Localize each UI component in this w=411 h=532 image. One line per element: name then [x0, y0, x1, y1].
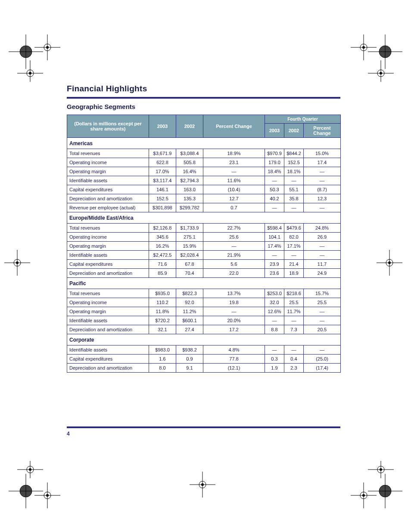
cell: —: [265, 345, 284, 355]
svg-point-3: [44, 44, 51, 51]
cell: 16.2%: [149, 242, 176, 251]
cell: —: [304, 203, 341, 212]
cell: (8.7): [304, 185, 341, 194]
th-year2: 2002: [176, 115, 203, 138]
cell: Operating margin: [67, 167, 149, 176]
cell: 92.0: [176, 298, 203, 307]
svg-point-42: [201, 483, 204, 486]
cell: 1.6: [149, 355, 176, 364]
cell: 135.3: [176, 194, 203, 203]
cell: 146.1: [149, 185, 176, 194]
cell: 85.9: [149, 269, 176, 278]
svg-point-30: [20, 485, 32, 497]
cell: $218.6: [284, 289, 304, 298]
cell: $253.0: [265, 289, 284, 298]
section-title: Europe/Middle East/Africa: [67, 212, 341, 224]
cell: —: [304, 242, 341, 251]
cell: 15.0%: [304, 149, 341, 158]
th-group: Fourth Quarter: [265, 115, 341, 124]
crop-mark-bottom-center: [185, 472, 220, 498]
section-title: Pacific: [67, 278, 341, 289]
cell: —: [284, 176, 304, 185]
section-title: Americas: [67, 138, 341, 149]
cell: —: [265, 176, 284, 185]
cell: 22.7%: [203, 224, 265, 233]
table-row: Capital expenditures71.667.85.623.921.41…: [67, 260, 341, 269]
cell: $3,671.9: [149, 149, 176, 158]
cell: $3,117.4: [149, 176, 176, 185]
svg-point-37: [27, 466, 34, 473]
cell: —: [203, 167, 265, 176]
cell: 2.3: [284, 364, 304, 373]
svg-point-27: [388, 261, 391, 264]
table-row: Depreciation and amortization152.5135.31…: [67, 194, 341, 203]
svg-point-33: [44, 492, 51, 499]
section-header: Europe/Middle East/Africa: [67, 212, 341, 224]
table-row: Identifiable assets$720.2$600.120.0%———: [67, 316, 341, 325]
cell: 17.0%: [149, 167, 176, 176]
cell: 23.6: [265, 269, 284, 278]
cell: 19.8: [203, 298, 265, 307]
cell: 275.1: [176, 233, 203, 242]
cell: 0.4: [284, 355, 304, 364]
cell: 21.9%: [203, 251, 265, 260]
table-row: Operating income622.8505.823.1179.0152.5…: [67, 158, 341, 167]
cell: —: [304, 251, 341, 260]
cell: (17.4): [304, 364, 341, 373]
cell: 77.8: [203, 355, 265, 364]
svg-point-53: [380, 468, 382, 471]
cell: 11.2%: [176, 307, 203, 316]
crop-mark-left: [4, 250, 39, 276]
cell: Operating margin: [67, 242, 149, 251]
cell: —: [304, 176, 341, 185]
cell: $935.0: [149, 289, 176, 298]
cell: 35.8: [284, 194, 304, 203]
table-row: Operating margin16.2%15.9%—17.4%17.1%—: [67, 242, 341, 251]
cell: 18.4%: [265, 167, 284, 176]
cell: 20.0%: [203, 316, 265, 325]
crop-mark-right: [372, 250, 407, 276]
cell: Operating income: [67, 158, 149, 167]
section-header: Americas: [67, 138, 341, 149]
cell: Depreciation and amortization: [67, 325, 149, 334]
svg-point-45: [379, 485, 391, 497]
cell: 622.8: [149, 158, 176, 167]
cell: Total revenues: [67, 224, 149, 233]
cell: 20.5: [304, 325, 341, 334]
svg-point-19: [380, 72, 382, 75]
cell: 15.9%: [176, 242, 203, 251]
segments-table: (Dollars in millions except per share am…: [67, 115, 341, 373]
cell: —: [203, 307, 265, 316]
cell: $970.9: [265, 149, 284, 158]
cell: 16.4%: [176, 167, 203, 176]
cell: Capital expenditures: [67, 355, 149, 364]
table-row: Revenue per employee (actual)$301,898$29…: [67, 203, 341, 212]
cell: Depreciation and amortization: [67, 269, 149, 278]
cell: $299,782: [176, 203, 203, 212]
cell: 27.4: [176, 325, 203, 334]
footer-rule: [67, 426, 340, 428]
table-row: Operating income110.292.019.832.025.525.…: [67, 298, 341, 307]
cell: 17.4: [304, 158, 341, 167]
page-number: 4: [67, 431, 70, 437]
cell: Total revenues: [67, 149, 149, 158]
cell: 71.6: [149, 260, 176, 269]
cell: 9.1: [176, 364, 203, 373]
subtitle: Geographic Segments: [67, 103, 340, 110]
cell: 152.5: [284, 158, 304, 167]
cell: 0.7: [203, 203, 265, 212]
cell: 8.8: [265, 325, 284, 334]
cell: —: [203, 242, 265, 251]
table-row: Identifiable assets$2,472.5$2,028.421.9%…: [67, 251, 341, 260]
cell: $1,733.9: [176, 224, 203, 233]
table-row: Identifiable assets$3,117.4$2,794.311.6%…: [67, 176, 341, 185]
svg-point-11: [379, 46, 391, 58]
crop-mark-bottom-right: [351, 461, 402, 508]
cell: Identifiable assets: [67, 251, 149, 260]
th-q-year1: 2003: [265, 124, 284, 138]
title-rule: [67, 97, 340, 99]
cell: 18.1%: [284, 167, 304, 176]
section-header: Pacific: [67, 278, 341, 289]
cell: 22.0: [203, 269, 265, 278]
cell: Revenue per employee (actual): [67, 203, 149, 212]
